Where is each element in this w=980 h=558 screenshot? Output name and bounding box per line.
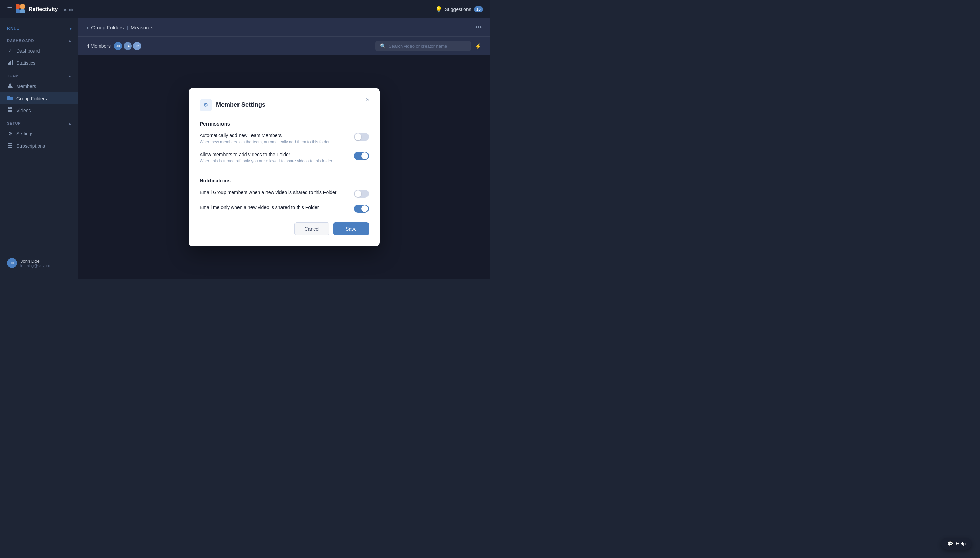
breadcrumb: ‹ Group Folders | Measures (87, 25, 153, 31)
gear-icon: ⚙ (203, 102, 208, 108)
member-avatar-2: JA (123, 41, 132, 51)
filter-icon[interactable]: ⚡ (475, 43, 482, 49)
permission-toggle-2[interactable] (354, 152, 369, 160)
sidebar-item-label: Subscriptions (16, 143, 45, 149)
search-placeholder: Search video or creator name (389, 44, 447, 49)
notification-item-2: Email me only when a new video is shared… (200, 205, 369, 213)
lightbulb-icon: 💡 (436, 6, 442, 13)
subscriptions-icon (7, 143, 13, 149)
dashboard-section-header[interactable]: DASHBOARD ▲ (0, 36, 79, 45)
layout: KNLU ▾ DASHBOARD ▲ ✓ Dashboard Statistic… (0, 18, 490, 279)
user-name: John Doe (20, 259, 54, 264)
user-avatar: JD (7, 258, 17, 268)
search-icon: 🔍 (380, 43, 386, 49)
sidebar-item-subscriptions[interactable]: Subscriptions (0, 140, 79, 152)
svg-rect-13 (8, 143, 12, 144)
logo-icon (16, 5, 25, 14)
modal-gear-icon: ⚙ (200, 99, 212, 111)
topnav-left: ☰ Reflectivity admin (7, 5, 75, 14)
dots-icon: ••• (475, 24, 482, 31)
settings-icon: ⚙ (7, 131, 13, 137)
svg-rect-5 (9, 62, 10, 65)
user-info: John Doe learning@sxrvl.com (20, 259, 54, 268)
notification-text-2: Email me only when a new video is shared… (200, 205, 349, 211)
svg-rect-1 (20, 5, 25, 8)
sidebar-section-setup: SETUP ▲ ⚙ Settings Subscriptions (0, 119, 79, 152)
sidebar: KNLU ▾ DASHBOARD ▲ ✓ Dashboard Statistic… (0, 18, 79, 279)
members-count: 4 Members (87, 43, 110, 49)
sidebar-item-label: Dashboard (16, 48, 40, 54)
topnav-right: 💡 Suggestions 16 (436, 6, 483, 13)
sidebar-section-team: TEAM ▲ Members Group Folders Videos (0, 72, 79, 117)
svg-rect-6 (10, 61, 11, 65)
permission-name-2: Allow members to add videos to the Folde… (200, 152, 349, 157)
modal-footer: Cancel Save (200, 222, 369, 235)
checkmark-icon: ✓ (7, 48, 13, 54)
dashboard-chevron-icon: ▲ (68, 39, 72, 43)
team-section-label: TEAM (7, 74, 19, 78)
main-content: ‹ Group Folders | Measures ••• 4 Members… (79, 18, 490, 279)
hamburger-icon[interactable]: ☰ (7, 5, 12, 13)
suggestions-label[interactable]: Suggestions (445, 7, 471, 12)
svg-rect-15 (8, 147, 12, 148)
sidebar-item-label: Statistics (16, 61, 36, 66)
breadcrumb-current: Measures (131, 25, 153, 30)
team-section-header[interactable]: TEAM ▲ (0, 72, 79, 80)
topnav: ☰ Reflectivity admin 💡 Suggestions 16 (0, 0, 490, 18)
sidebar-item-statistics[interactable]: Statistics (0, 57, 79, 69)
permission-text-1: Automatically add new Team Members When … (200, 133, 349, 145)
modal-header: ⚙ Member Settings (200, 99, 369, 111)
videos-icon (7, 107, 13, 113)
permission-desc-1: When new members join the team, automati… (200, 139, 349, 145)
sidebar-item-settings[interactable]: ⚙ Settings (0, 128, 79, 140)
permission-toggle-1[interactable] (354, 133, 369, 141)
sidebar-item-videos[interactable]: Videos (0, 104, 79, 117)
folder-icon (7, 95, 13, 101)
member-avatar-1: JD (113, 41, 123, 51)
modal-divider (200, 171, 369, 171)
notification-item-1: Email Group members when a new video is … (200, 190, 369, 198)
permissions-section-title: Permissions (200, 121, 369, 126)
modal-backdrop: ⚙ Member Settings × Permissions Automati… (79, 55, 490, 279)
sidebar-item-dashboard[interactable]: ✓ Dashboard (0, 45, 79, 57)
cancel-button[interactable]: Cancel (294, 222, 329, 235)
notification-name-1: Email Group members when a new video is … (200, 190, 349, 195)
sidebar-item-group-folders[interactable]: Group Folders (0, 92, 79, 104)
breadcrumb-parent: Group Folders (91, 25, 124, 30)
content-toolbar: 4 Members JD JA +2 🔍 Search video or cre… (79, 37, 490, 55)
permission-name-1: Automatically add new Team Members (200, 133, 349, 138)
org-chevron: ▾ (70, 26, 72, 31)
svg-point-8 (9, 84, 11, 86)
setup-section-label: SETUP (7, 121, 21, 126)
notification-toggle-1[interactable] (354, 190, 369, 198)
svg-rect-9 (8, 107, 10, 110)
more-actions-button[interactable]: ••• (475, 24, 482, 31)
back-button[interactable]: ‹ (87, 25, 89, 31)
members-row: 4 Members JD JA +2 (87, 41, 142, 51)
notification-toggle-2[interactable] (354, 205, 369, 213)
modal-close-button[interactable]: × (363, 95, 373, 105)
org-selector[interactable]: KNLU ▾ (0, 24, 79, 36)
statistics-icon (7, 60, 13, 66)
permission-desc-2: When this is turned off, only you are al… (200, 158, 349, 164)
permission-item-1: Automatically add new Team Members When … (200, 133, 369, 145)
member-settings-modal: ⚙ Member Settings × Permissions Automati… (189, 88, 380, 246)
svg-rect-2 (16, 9, 20, 13)
sidebar-item-members[interactable]: Members (0, 80, 79, 92)
search-bar[interactable]: 🔍 Search video or creator name (375, 41, 471, 51)
svg-rect-10 (10, 107, 12, 110)
svg-rect-3 (20, 9, 25, 13)
sidebar-item-label: Settings (16, 131, 34, 136)
dashboard-section-label: DASHBOARD (7, 39, 35, 43)
admin-badge: admin (62, 7, 74, 12)
member-avatar-3: +2 (132, 41, 142, 51)
sidebar-item-label: Members (16, 84, 36, 89)
notifications-section-title: Notifications (200, 178, 369, 184)
content-header: ‹ Group Folders | Measures ••• (79, 18, 490, 37)
team-chevron-icon: ▲ (68, 74, 72, 78)
setup-section-header[interactable]: SETUP ▲ (0, 119, 79, 128)
sidebar-footer: JD John Doe learning@sxrvl.com (0, 252, 79, 274)
org-name: KNLU (7, 26, 20, 31)
save-button[interactable]: Save (334, 222, 369, 235)
notification-name-2: Email me only when a new video is shared… (200, 205, 349, 210)
